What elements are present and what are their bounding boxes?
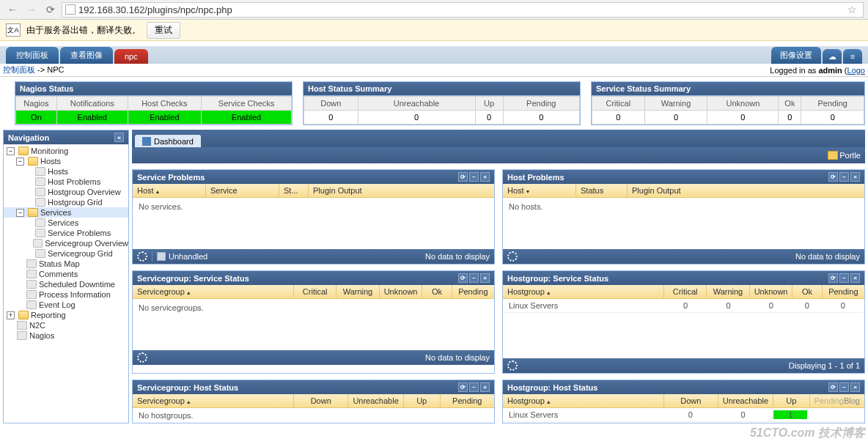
tool-close-icon[interactable]: × xyxy=(480,172,490,182)
bookmark-star-icon[interactable]: ☆ xyxy=(847,4,860,15)
portlet-hg-host: Hostgroup: Host Status ⟳−× Hostgroup Dow… xyxy=(502,380,865,423)
tool-collapse-icon[interactable]: − xyxy=(469,273,479,283)
page-icon xyxy=(17,321,27,330)
page-icon xyxy=(26,259,37,268)
reload-button[interactable]: ⟳ xyxy=(43,2,59,17)
tool-refresh-icon[interactable]: ⟳ xyxy=(828,382,838,392)
col-service[interactable]: Service xyxy=(206,184,279,197)
portlet-host-problems: Host Problems ⟳−× Host Status Plugin Out… xyxy=(502,169,865,264)
spinner-icon xyxy=(137,251,147,262)
tool-refresh-icon[interactable]: ⟳ xyxy=(828,273,838,283)
panel-nagios-status: Nagios Status Nagios Notifications Host … xyxy=(15,81,293,125)
col-hostgroup[interactable]: Hostgroup xyxy=(503,394,664,407)
tool-refresh-icon[interactable]: ⟳ xyxy=(828,172,838,182)
app-tabs: 控制面板 查看图像 npc 图像设置 ☁ ≡ xyxy=(0,46,868,64)
tab-image-settings[interactable]: 图像设置 xyxy=(771,47,821,64)
add-portlet-button[interactable]: Portle xyxy=(828,151,861,160)
tree-item[interactable]: Comments xyxy=(4,269,128,279)
url-bar[interactable]: 192.168.30.162/plugins/npc/npc.php ☆ xyxy=(62,2,864,18)
col-output[interactable]: Plugin Output xyxy=(309,184,494,197)
tool-close-icon[interactable]: × xyxy=(850,273,860,283)
toggle-icon[interactable]: − xyxy=(16,209,24,217)
tree-item[interactable]: Event Log xyxy=(4,300,128,310)
tree-item[interactable]: Service Problems xyxy=(4,228,128,238)
tool-refresh-icon[interactable]: ⟳ xyxy=(458,273,468,283)
tab-view-image[interactable]: 查看图像 xyxy=(60,47,113,64)
page-icon xyxy=(26,300,37,309)
tool-collapse-icon[interactable]: − xyxy=(839,382,849,392)
tree-item[interactable]: Servicegroup Grid xyxy=(4,248,128,259)
toggle-icon[interactable]: − xyxy=(16,158,24,166)
tree-item[interactable]: Hosts xyxy=(4,166,128,177)
tool-collapse-icon[interactable]: − xyxy=(469,382,479,392)
tree-n2c[interactable]: N2C xyxy=(4,320,128,330)
col-output[interactable]: Plugin Output xyxy=(628,184,864,197)
tool-close-icon[interactable]: × xyxy=(480,382,490,392)
tree-item[interactable]: Hostgroup Overview xyxy=(4,187,128,197)
tree-hosts[interactable]: −Hosts xyxy=(4,156,128,166)
page-icon xyxy=(26,290,37,299)
tool-close-icon[interactable]: × xyxy=(480,273,490,283)
page-icon xyxy=(35,167,45,176)
tab-help-icon[interactable]: ☁ xyxy=(823,49,842,64)
translate-retry-button[interactable]: 重试 xyxy=(147,22,180,39)
tool-close-icon[interactable]: × xyxy=(850,382,860,392)
col-status[interactable]: Status xyxy=(576,184,628,197)
spinner-icon xyxy=(137,352,147,363)
summary-row: Nagios Status Nagios Notifications Host … xyxy=(0,77,868,127)
grid-body: No hostgroups. xyxy=(133,408,494,423)
tree-item[interactable]: Servicegroup Overview xyxy=(4,238,128,248)
tab-menu-icon[interactable]: ≡ xyxy=(843,49,862,64)
panel-title: Host Status Summary xyxy=(304,82,580,96)
panel-title: Service Status Summary xyxy=(592,82,864,96)
tree-item[interactable]: Scheduled Downtime xyxy=(4,279,128,289)
nav-title: Navigation xyxy=(8,133,49,142)
folder-icon xyxy=(28,208,38,217)
tool-collapse-icon[interactable]: − xyxy=(839,172,849,182)
collapse-icon[interactable]: « xyxy=(114,133,124,142)
tree-item[interactable]: Hostgroup Grid xyxy=(4,197,128,207)
tab-npc[interactable]: npc xyxy=(114,49,148,64)
tree-item[interactable]: Process Information xyxy=(4,289,128,300)
col-host[interactable]: Host xyxy=(133,184,206,197)
tree-item[interactable]: Status Map xyxy=(4,259,128,269)
tool-refresh-icon[interactable]: ⟳ xyxy=(458,172,468,182)
col-host[interactable]: Host xyxy=(503,184,576,197)
spinner-icon xyxy=(507,360,518,371)
forward-button[interactable]: → xyxy=(23,2,40,17)
table-row[interactable]: Linux Servers 0 0 1 xyxy=(503,408,864,422)
tree-monitoring[interactable]: −Monitoring xyxy=(4,146,128,156)
tool-refresh-icon[interactable]: ⟳ xyxy=(458,382,468,392)
portlet-sg-service: Servicegroup: Service Status ⟳−× Service… xyxy=(132,270,495,374)
content-toolbar: Portle xyxy=(132,147,865,163)
folder-icon xyxy=(18,311,29,319)
portlet-row: Servicegroup: Host Status ⟳−× Servicegro… xyxy=(132,374,865,423)
tree-reporting[interactable]: +Reporting xyxy=(4,310,128,320)
login-info: Logged in as admin (Logo xyxy=(770,66,865,75)
tree-services[interactable]: −Services xyxy=(4,207,128,218)
page-icon xyxy=(35,177,45,186)
tool-collapse-icon[interactable]: − xyxy=(839,273,849,283)
toggle-icon[interactable]: − xyxy=(7,147,15,155)
tool-collapse-icon[interactable]: − xyxy=(469,172,479,182)
tree-item[interactable]: Host Problems xyxy=(4,177,128,187)
dashboard-icon xyxy=(142,137,151,146)
tab-control-panel[interactable]: 控制面板 xyxy=(6,47,59,64)
toggle-icon[interactable]: + xyxy=(7,311,15,319)
tool-close-icon[interactable]: × xyxy=(850,172,860,182)
grid-body: No servicegroups. xyxy=(133,299,494,350)
tab-dashboard[interactable]: Dashboard xyxy=(135,135,201,148)
portlet-icon xyxy=(828,151,838,160)
unhandled-button[interactable]: Unhandled xyxy=(157,252,207,261)
col-hostgroup[interactable]: Hostgroup xyxy=(503,285,664,298)
col-status[interactable]: St... xyxy=(279,184,309,197)
col-servicegroup[interactable]: Servicegroup xyxy=(133,285,294,298)
site-icon xyxy=(65,4,76,15)
table-row[interactable]: Linux Servers 0 0 0 0 0 xyxy=(503,299,864,313)
tree-nagios[interactable]: Nagios xyxy=(4,330,128,341)
logout-link[interactable]: Logo xyxy=(847,66,865,75)
col-servicegroup[interactable]: Servicegroup xyxy=(133,394,294,407)
breadcrumb-link-control[interactable]: 控制面板 xyxy=(3,65,35,74)
tree-item[interactable]: Services xyxy=(4,218,128,228)
back-button[interactable]: ← xyxy=(4,2,21,17)
